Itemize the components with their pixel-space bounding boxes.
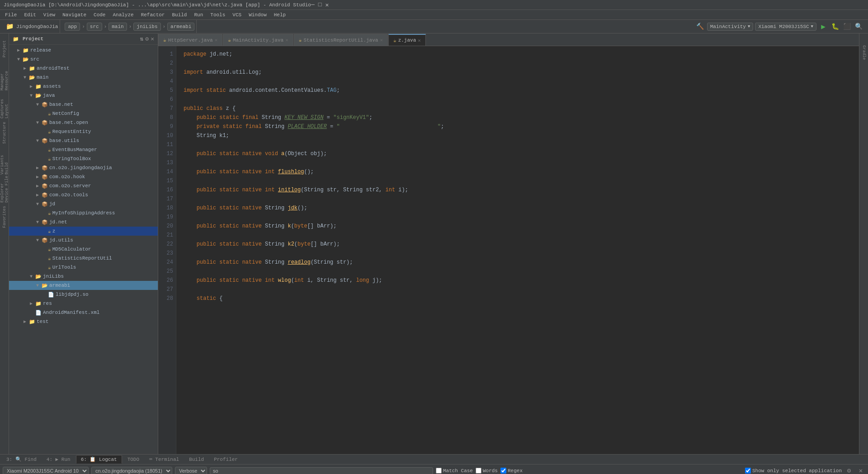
tree-item[interactable]: ▼📦jd bbox=[9, 199, 158, 209]
project-settings-btn[interactable]: ⚙ bbox=[145, 35, 149, 43]
bottom-tab-profiler[interactable]: Profiler bbox=[209, 456, 242, 463]
sidebar-layout-captures[interactable]: Layout Captures bbox=[0, 91, 9, 118]
close-button[interactable]: ✕ bbox=[326, 1, 329, 9]
sidebar-resource-manager[interactable]: Resource Manager bbox=[0, 63, 9, 90]
tree-item[interactable]: ▶📁release bbox=[9, 46, 158, 55]
tree-item[interactable]: ▶📦cn.o2o.jingdongdaojia bbox=[9, 163, 158, 172]
sidebar-structure[interactable]: Structure bbox=[0, 119, 9, 147]
toolbar-armeabi-dropdown[interactable]: armeabi bbox=[167, 23, 194, 31]
match-case-checkbox[interactable] bbox=[436, 468, 442, 474]
words-checkbox[interactable] bbox=[476, 468, 481, 474]
project-sync-btn[interactable]: ⇅ bbox=[140, 35, 144, 43]
tree-item[interactable]: ☕NetConfig bbox=[9, 109, 158, 118]
menu-item-window[interactable]: Window bbox=[245, 11, 270, 19]
tree-item-label: cn.o2o.jingdongdaojia bbox=[49, 165, 112, 171]
tree-item[interactable]: 📄libjdpdj.so bbox=[9, 290, 158, 299]
run-config-dropdown[interactable]: MainActivity ▼ bbox=[707, 23, 754, 31]
tab-z-java[interactable]: ☕z.java✕ bbox=[388, 34, 426, 46]
tab-close-button[interactable]: ✕ bbox=[215, 37, 218, 43]
toolbar-jnilibs-dropdown[interactable]: jniLibs bbox=[133, 23, 160, 31]
project-close-btn[interactable]: ✕ bbox=[151, 35, 154, 43]
tree-item[interactable]: ▼📦base.net.open bbox=[9, 118, 158, 127]
toolbar-project-icon[interactable]: 📁 bbox=[5, 22, 14, 32]
code-line bbox=[184, 77, 859, 86]
sidebar-device-explorer[interactable]: Device File Explorer bbox=[0, 175, 9, 203]
toolbar-src-dropdown[interactable]: src bbox=[87, 23, 102, 31]
show-only-selected-checkbox[interactable] bbox=[745, 468, 751, 474]
tree-item[interactable]: ☕RequestEntity bbox=[9, 127, 158, 136]
toolbar-main-dropdown[interactable]: main bbox=[108, 23, 127, 31]
tree-item[interactable]: ▶📁res bbox=[9, 299, 158, 308]
tree-item[interactable]: ☕EventBusManager bbox=[9, 145, 158, 154]
run-button[interactable]: ▶ bbox=[818, 22, 828, 32]
bottom-tab-find[interactable]: 3: 🔍 Find bbox=[2, 455, 41, 463]
menu-item-refactor[interactable]: Refactor bbox=[138, 11, 168, 19]
device-select[interactable]: Xiaomi M2003J15SC Android 10 bbox=[3, 467, 89, 474]
menu-item-file[interactable]: File bbox=[2, 11, 20, 19]
menu-item-build[interactable]: Build bbox=[169, 11, 190, 19]
tree-arrow-icon: ▼ bbox=[36, 238, 42, 243]
menu-item-run[interactable]: Run bbox=[191, 11, 206, 19]
tree-item[interactable]: ▶📁androidTest bbox=[9, 64, 158, 73]
level-select[interactable]: Verbose bbox=[175, 467, 207, 474]
tab-close-button[interactable]: ✕ bbox=[285, 37, 288, 43]
tab-close-button[interactable]: ✕ bbox=[418, 38, 421, 43]
tree-item[interactable]: ▶📦com.o2o.hook bbox=[9, 172, 158, 181]
tree-item[interactable]: ▶📦com.o2o.tools bbox=[9, 190, 158, 199]
tab-close-button[interactable]: ✕ bbox=[380, 37, 383, 43]
bottom-tab-build[interactable]: Build bbox=[184, 456, 208, 463]
tree-item[interactable]: ☕MD5Calculator bbox=[9, 245, 158, 254]
tree-item[interactable]: ☕StatisticsReportUtil bbox=[9, 254, 158, 263]
package-select[interactable]: cn.o2o.jingdongdaojia (18051) bbox=[91, 467, 172, 474]
code-editor[interactable]: 1234567891011121314151617181920212223242… bbox=[158, 46, 859, 454]
tab-MainActivity-java[interactable]: ☕MainActivity.java✕ bbox=[223, 34, 293, 46]
bottom-tab-logcat[interactable]: 6: 📋 Logcat bbox=[76, 455, 122, 464]
menu-item-navigate[interactable]: Navigate bbox=[59, 11, 90, 19]
tree-item[interactable]: ☕z bbox=[9, 227, 158, 236]
tree-item[interactable]: 📄AndroidManifest.xml bbox=[9, 308, 158, 317]
regex-checkbox[interactable] bbox=[500, 468, 506, 474]
tree-item[interactable]: ☕MyInfoShippingAddress bbox=[9, 209, 158, 218]
menu-item-help[interactable]: Help bbox=[271, 11, 289, 19]
tree-item[interactable]: ▼📦jd.utils bbox=[9, 236, 158, 245]
maximize-button[interactable]: □ bbox=[318, 1, 322, 9]
tree-item[interactable]: ▼📂java bbox=[9, 91, 158, 100]
tree-item[interactable]: ☕StringToolBox bbox=[9, 154, 158, 163]
tree-item[interactable]: ▼📦jd.net bbox=[9, 218, 158, 227]
toolbar-hammer-icon[interactable]: 🔨 bbox=[695, 22, 705, 32]
logcat-settings-icon[interactable]: ⚙ bbox=[844, 466, 854, 474]
stop-button[interactable]: ⬛ bbox=[842, 22, 852, 32]
menu-item-edit[interactable]: Edit bbox=[21, 11, 39, 19]
tree-item[interactable]: ▼📂main bbox=[9, 73, 158, 82]
tree-item[interactable]: ▶📁test bbox=[9, 317, 158, 326]
menu-item-code[interactable]: Code bbox=[90, 11, 108, 19]
tree-item[interactable]: ▼📂jniLibs bbox=[9, 272, 158, 281]
gradle-tab[interactable]: Gradle bbox=[860, 34, 868, 71]
tree-item[interactable]: ☕UrlTools bbox=[9, 263, 158, 272]
logcat-search-input[interactable] bbox=[210, 467, 433, 474]
search-everywhere-icon[interactable]: 🔍 bbox=[854, 22, 863, 32]
sidebar-project-icon[interactable]: Project bbox=[0, 35, 9, 62]
tab-StatisticsReportUtil-java[interactable]: ☕StatisticsReportUtil.java✕ bbox=[294, 34, 388, 46]
menu-item-tools[interactable]: Tools bbox=[207, 11, 228, 19]
bottom-tab-run[interactable]: 4: ▶ Run bbox=[42, 455, 75, 463]
tree-item[interactable]: ▼📂src bbox=[9, 55, 158, 64]
tree-item[interactable]: ▼📦base.utils bbox=[9, 136, 158, 145]
sidebar-build-variants[interactable]: Build Variants bbox=[0, 147, 9, 175]
menu-item-analyze[interactable]: Analyze bbox=[109, 11, 137, 19]
tree-item[interactable]: ▶📦com.o2o.server bbox=[9, 181, 158, 190]
bottom-tab-todo[interactable]: TODO bbox=[123, 456, 144, 463]
toolbar-app-dropdown[interactable]: app bbox=[65, 23, 80, 31]
minimize-button[interactable]: ─ bbox=[311, 1, 315, 9]
debug-button[interactable]: 🐛 bbox=[830, 22, 840, 32]
menu-item-view[interactable]: View bbox=[40, 11, 58, 19]
device-dropdown[interactable]: Xiaomi M2003J15SC ▼ bbox=[755, 23, 816, 31]
bottom-tab-terminal[interactable]: ⌨ Terminal bbox=[145, 455, 184, 463]
menu-item-vcs[interactable]: VCS bbox=[229, 11, 245, 19]
tree-item[interactable]: ▶📁assets bbox=[9, 82, 158, 91]
logcat-close-icon[interactable]: ✕ bbox=[856, 466, 865, 474]
tree-item[interactable]: ▼📂armeabi bbox=[9, 281, 158, 290]
tree-item[interactable]: ▼📦base.net bbox=[9, 100, 158, 109]
tab-HttpServer-java[interactable]: ☕HttpServer.java✕ bbox=[158, 34, 222, 46]
sidebar-favorites[interactable]: Favorites bbox=[0, 204, 9, 231]
